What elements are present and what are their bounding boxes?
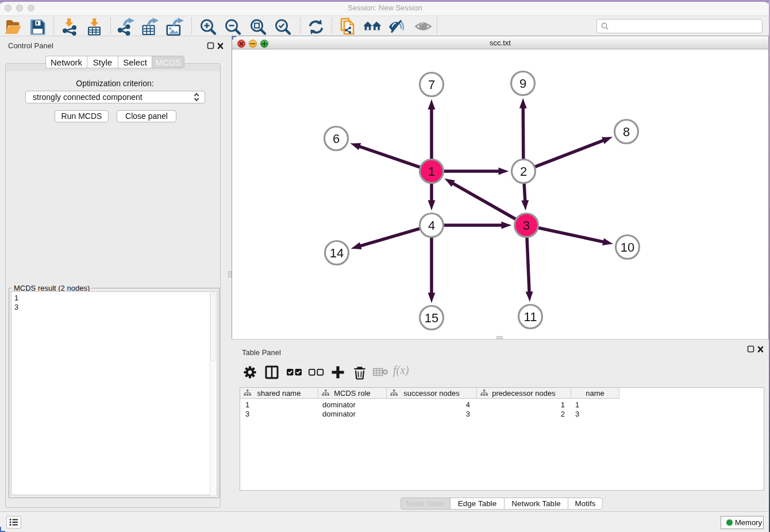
svg-text:6: 6 — [333, 132, 340, 146]
svg-text:7: 7 — [428, 78, 435, 92]
svg-text:10: 10 — [621, 240, 634, 255]
svg-text:14: 14 — [330, 246, 344, 260]
svg-text:1: 1 — [428, 164, 435, 179]
svg-text:4: 4 — [428, 218, 435, 233]
svg-text:9: 9 — [519, 76, 526, 91]
svg-text:15: 15 — [425, 311, 438, 325]
svg-text:2: 2 — [520, 164, 527, 179]
svg-text:11: 11 — [524, 310, 537, 324]
svg-text:8: 8 — [623, 125, 630, 139]
svg-text:3: 3 — [523, 218, 530, 233]
